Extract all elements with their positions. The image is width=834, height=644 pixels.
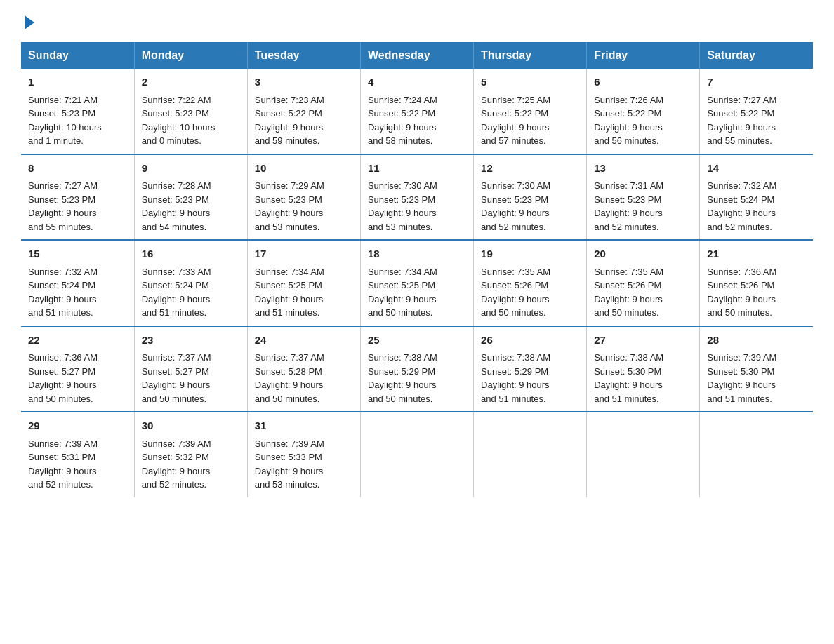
calendar-day-cell: 16Sunrise: 7:33 AMSunset: 5:24 PMDayligh… bbox=[134, 240, 247, 326]
day-number: 16 bbox=[142, 246, 240, 262]
day-info: Sunrise: 7:39 AMSunset: 5:30 PMDaylight:… bbox=[707, 352, 776, 404]
logo bbox=[21, 14, 34, 29]
calendar-day-cell: 12Sunrise: 7:30 AMSunset: 5:23 PMDayligh… bbox=[474, 154, 587, 241]
calendar-day-cell bbox=[587, 412, 700, 497]
calendar-day-cell: 19Sunrise: 7:35 AMSunset: 5:26 PMDayligh… bbox=[474, 240, 587, 326]
day-number: 28 bbox=[707, 333, 806, 349]
day-info: Sunrise: 7:30 AMSunset: 5:23 PMDaylight:… bbox=[481, 180, 550, 232]
calendar-day-cell bbox=[700, 412, 813, 497]
day-info: Sunrise: 7:38 AMSunset: 5:29 PMDaylight:… bbox=[481, 352, 550, 404]
logo-arrow-icon bbox=[25, 15, 34, 29]
calendar-day-cell: 3Sunrise: 7:23 AMSunset: 5:22 PMDaylight… bbox=[247, 69, 360, 154]
calendar-day-cell: 23Sunrise: 7:37 AMSunset: 5:27 PMDayligh… bbox=[134, 326, 247, 412]
calendar-day-cell: 13Sunrise: 7:31 AMSunset: 5:23 PMDayligh… bbox=[587, 154, 700, 241]
calendar-day-cell: 1Sunrise: 7:21 AMSunset: 5:23 PMDaylight… bbox=[21, 69, 134, 154]
day-info: Sunrise: 7:34 AMSunset: 5:25 PMDaylight:… bbox=[255, 267, 324, 318]
calendar-day-cell: 8Sunrise: 7:27 AMSunset: 5:23 PMDaylight… bbox=[21, 154, 134, 241]
calendar-day-cell: 11Sunrise: 7:30 AMSunset: 5:23 PMDayligh… bbox=[360, 154, 473, 241]
day-number: 2 bbox=[142, 74, 240, 90]
day-info: Sunrise: 7:37 AMSunset: 5:27 PMDaylight:… bbox=[142, 352, 211, 404]
day-info: Sunrise: 7:38 AMSunset: 5:29 PMDaylight:… bbox=[368, 352, 437, 404]
calendar-day-cell: 4Sunrise: 7:24 AMSunset: 5:22 PMDaylight… bbox=[360, 69, 473, 154]
calendar-day-cell: 27Sunrise: 7:38 AMSunset: 5:30 PMDayligh… bbox=[587, 326, 700, 412]
day-number: 9 bbox=[142, 161, 240, 177]
day-number: 15 bbox=[28, 246, 127, 262]
day-number: 4 bbox=[368, 74, 466, 90]
day-number: 8 bbox=[28, 161, 127, 177]
day-info: Sunrise: 7:39 AMSunset: 5:31 PMDaylight:… bbox=[28, 438, 98, 490]
weekday-header-cell: Friday bbox=[587, 42, 700, 69]
calendar-day-cell: 15Sunrise: 7:32 AMSunset: 5:24 PMDayligh… bbox=[21, 240, 134, 326]
calendar-day-cell: 9Sunrise: 7:28 AMSunset: 5:23 PMDaylight… bbox=[134, 154, 247, 241]
day-info: Sunrise: 7:38 AMSunset: 5:30 PMDaylight:… bbox=[594, 352, 663, 404]
day-number: 19 bbox=[481, 246, 579, 262]
calendar-day-cell: 29Sunrise: 7:39 AMSunset: 5:31 PMDayligh… bbox=[21, 412, 134, 497]
day-info: Sunrise: 7:35 AMSunset: 5:26 PMDaylight:… bbox=[594, 267, 663, 318]
day-number: 11 bbox=[368, 161, 466, 177]
day-info: Sunrise: 7:32 AMSunset: 5:24 PMDaylight:… bbox=[28, 267, 98, 318]
weekday-header-row: SundayMondayTuesdayWednesdayThursdayFrid… bbox=[21, 42, 813, 69]
day-number: 18 bbox=[368, 246, 466, 262]
calendar-week-row: 29Sunrise: 7:39 AMSunset: 5:31 PMDayligh… bbox=[21, 412, 813, 497]
calendar-day-cell: 2Sunrise: 7:22 AMSunset: 5:23 PMDaylight… bbox=[134, 69, 247, 154]
day-number: 13 bbox=[594, 161, 692, 177]
calendar-day-cell: 28Sunrise: 7:39 AMSunset: 5:30 PMDayligh… bbox=[700, 326, 813, 412]
weekday-header-cell: Saturday bbox=[700, 42, 813, 69]
calendar-week-row: 8Sunrise: 7:27 AMSunset: 5:23 PMDaylight… bbox=[21, 154, 813, 241]
calendar-day-cell bbox=[360, 412, 473, 497]
day-info: Sunrise: 7:24 AMSunset: 5:22 PMDaylight:… bbox=[368, 95, 437, 147]
weekday-header-cell: Wednesday bbox=[360, 42, 473, 69]
calendar-week-row: 22Sunrise: 7:36 AMSunset: 5:27 PMDayligh… bbox=[21, 326, 813, 412]
day-info: Sunrise: 7:29 AMSunset: 5:23 PMDaylight:… bbox=[255, 180, 324, 232]
day-info: Sunrise: 7:34 AMSunset: 5:25 PMDaylight:… bbox=[368, 267, 437, 318]
calendar-day-cell: 6Sunrise: 7:26 AMSunset: 5:22 PMDaylight… bbox=[587, 69, 700, 154]
calendar-day-cell: 10Sunrise: 7:29 AMSunset: 5:23 PMDayligh… bbox=[247, 154, 360, 241]
weekday-header-cell: Monday bbox=[134, 42, 247, 69]
day-info: Sunrise: 7:31 AMSunset: 5:23 PMDaylight:… bbox=[594, 180, 663, 232]
day-number: 24 bbox=[255, 333, 353, 349]
day-info: Sunrise: 7:39 AMSunset: 5:32 PMDaylight:… bbox=[142, 438, 211, 490]
day-number: 26 bbox=[481, 333, 579, 349]
day-number: 20 bbox=[594, 246, 692, 262]
day-number: 3 bbox=[255, 74, 353, 90]
day-number: 1 bbox=[28, 74, 127, 90]
calendar-day-cell: 21Sunrise: 7:36 AMSunset: 5:26 PMDayligh… bbox=[700, 240, 813, 326]
weekday-header-cell: Thursday bbox=[474, 42, 587, 69]
calendar-day-cell: 22Sunrise: 7:36 AMSunset: 5:27 PMDayligh… bbox=[21, 326, 134, 412]
day-number: 5 bbox=[481, 74, 579, 90]
calendar-day-cell bbox=[474, 412, 587, 497]
calendar-day-cell: 20Sunrise: 7:35 AMSunset: 5:26 PMDayligh… bbox=[587, 240, 700, 326]
day-info: Sunrise: 7:36 AMSunset: 5:27 PMDaylight:… bbox=[28, 352, 98, 404]
day-info: Sunrise: 7:33 AMSunset: 5:24 PMDaylight:… bbox=[142, 267, 211, 318]
page-header bbox=[21, 14, 813, 29]
day-number: 12 bbox=[481, 161, 579, 177]
day-number: 31 bbox=[255, 418, 353, 434]
day-number: 14 bbox=[707, 161, 806, 177]
day-number: 22 bbox=[28, 333, 127, 349]
calendar-week-row: 15Sunrise: 7:32 AMSunset: 5:24 PMDayligh… bbox=[21, 240, 813, 326]
day-number: 6 bbox=[594, 74, 692, 90]
calendar-week-row: 1Sunrise: 7:21 AMSunset: 5:23 PMDaylight… bbox=[21, 69, 813, 154]
calendar-day-cell: 25Sunrise: 7:38 AMSunset: 5:29 PMDayligh… bbox=[360, 326, 473, 412]
day-number: 30 bbox=[142, 418, 240, 434]
day-info: Sunrise: 7:28 AMSunset: 5:23 PMDaylight:… bbox=[142, 180, 211, 232]
day-number: 27 bbox=[594, 333, 692, 349]
calendar-day-cell: 18Sunrise: 7:34 AMSunset: 5:25 PMDayligh… bbox=[360, 240, 473, 326]
day-number: 23 bbox=[142, 333, 240, 349]
day-info: Sunrise: 7:39 AMSunset: 5:33 PMDaylight:… bbox=[255, 438, 324, 490]
calendar-day-cell: 14Sunrise: 7:32 AMSunset: 5:24 PMDayligh… bbox=[700, 154, 813, 241]
day-info: Sunrise: 7:27 AMSunset: 5:23 PMDaylight:… bbox=[28, 180, 98, 232]
day-number: 29 bbox=[28, 418, 127, 434]
calendar-day-cell: 31Sunrise: 7:39 AMSunset: 5:33 PMDayligh… bbox=[247, 412, 360, 497]
calendar-day-cell: 26Sunrise: 7:38 AMSunset: 5:29 PMDayligh… bbox=[474, 326, 587, 412]
day-number: 17 bbox=[255, 246, 353, 262]
calendar-body: 1Sunrise: 7:21 AMSunset: 5:23 PMDaylight… bbox=[21, 69, 813, 497]
weekday-header-cell: Tuesday bbox=[247, 42, 360, 69]
calendar-day-cell: 24Sunrise: 7:37 AMSunset: 5:28 PMDayligh… bbox=[247, 326, 360, 412]
day-info: Sunrise: 7:23 AMSunset: 5:22 PMDaylight:… bbox=[255, 95, 324, 147]
day-info: Sunrise: 7:27 AMSunset: 5:22 PMDaylight:… bbox=[707, 95, 776, 147]
calendar-table: SundayMondayTuesdayWednesdayThursdayFrid… bbox=[21, 42, 813, 497]
day-info: Sunrise: 7:21 AMSunset: 5:23 PMDaylight:… bbox=[28, 95, 102, 147]
calendar-day-cell: 7Sunrise: 7:27 AMSunset: 5:22 PMDaylight… bbox=[700, 69, 813, 154]
day-number: 7 bbox=[707, 74, 806, 90]
